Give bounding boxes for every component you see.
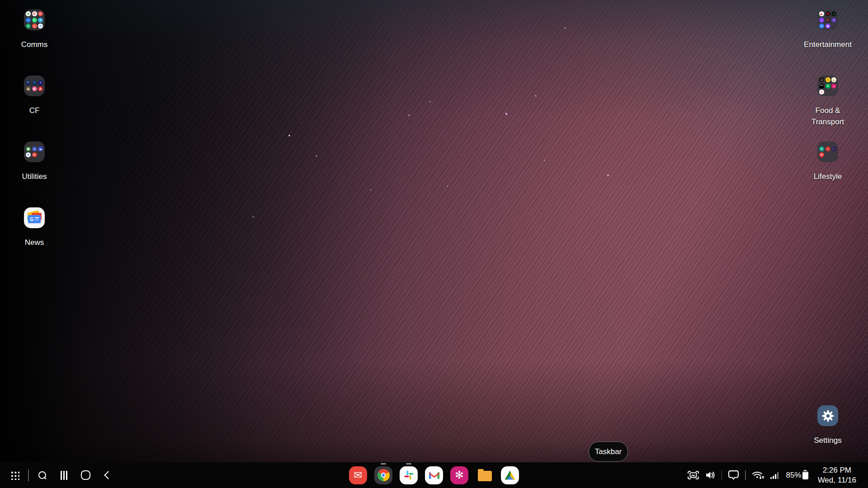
yt-music-mini-icon: ▶ — [826, 18, 830, 23]
folder-lifestyle-label: Lifestyle — [814, 171, 842, 183]
finance-app-3-mini-icon: N — [38, 80, 43, 85]
contacts-mini-icon: ☺ — [32, 23, 37, 28]
app-drawer-button[interactable] — [6, 465, 23, 485]
chrome-icon — [377, 469, 390, 481]
wallpaper[interactable] — [0, 0, 868, 488]
folder-entertainment-label: Entertainment — [804, 39, 852, 51]
folder-comms[interactable]: ✚ M ✉ ⋯ ✆ ➤ ✆ ☺ G Comms — [3, 9, 66, 51]
slack-app-button[interactable] — [400, 466, 418, 484]
google-drive-app-button[interactable] — [501, 466, 519, 484]
messages-mini-icon: ⋯ — [26, 18, 31, 23]
app-settings-label: Settings — [814, 435, 841, 446]
google-drive-icon — [505, 471, 515, 480]
voice-recorder-mini-icon: ||| — [32, 152, 37, 157]
gmail-app-button[interactable] — [425, 466, 443, 484]
folder-food-transport-label: Food & Transport — [802, 105, 853, 127]
calendar-mini-icon: ▦ — [26, 146, 31, 151]
home-icon — [81, 470, 90, 480]
recents-icon — [61, 471, 67, 480]
chat-bubble-icon — [728, 470, 739, 480]
app-news[interactable]: G News — [3, 207, 66, 249]
folder-utilities[interactable]: ▦ ◷ ☁ ❄ ||| Utilities — [3, 141, 66, 183]
folder-lifestyle[interactable]: ✦ ∴ ☾ ♥ Lifestyle — [796, 141, 859, 183]
acrobat-mini-icon: A — [38, 86, 43, 91]
samsung-email-mini-icon: ✉ — [38, 11, 43, 16]
purple-grid-app-mini-icon: ∷ — [831, 18, 836, 23]
clock-mini-icon: ◷ — [32, 146, 37, 151]
utilities-folder-icon: ▦ ◷ ☁ ❄ ||| — [24, 141, 45, 162]
gallery-app-button[interactable]: ✻ — [450, 466, 468, 484]
wifi-status[interactable] — [752, 470, 764, 480]
folder-food-transport[interactable]: ◕ ● ☕ Uber G ☺ ▼ Food & Transport — [796, 75, 859, 127]
grab-mini-icon: G — [826, 84, 830, 89]
taskbar-pinned-apps: ✉ ✻ — [349, 462, 519, 488]
news-front-sheet: G — [28, 215, 41, 223]
cafe-app-mini-icon: ☕ — [831, 77, 836, 82]
recents-button[interactable] — [56, 465, 72, 485]
google-news-icon: G — [24, 207, 45, 228]
uber-mini-icon: Uber — [819, 84, 824, 89]
snowflake-app-mini-icon: ❄ — [26, 152, 31, 157]
slack-icon — [404, 470, 414, 480]
my-files-folder-icon — [478, 471, 492, 481]
health-mini-icon: ♥ — [819, 152, 824, 157]
weather-mini-icon: ☁ — [38, 146, 43, 151]
back-chevron-icon — [104, 471, 112, 479]
folder-entertainment[interactable]: ▶ N ♫ ♪ ▶ ∷ ≈ ☻ Entertainment — [796, 9, 859, 51]
battery-percent-text: 85% — [786, 471, 802, 480]
fitness-mini-icon: ✦ — [819, 146, 824, 151]
speaker-icon — [705, 470, 716, 480]
search-icon — [38, 471, 46, 479]
google-chat-mini-icon: ✚ — [26, 11, 31, 16]
chrome-running-indicator — [381, 463, 386, 465]
twitch-mini-icon: ☻ — [826, 23, 830, 28]
lifestyle-folder-icon: ✦ ∴ ☾ ♥ — [817, 141, 838, 162]
comms-folder-icon: ✚ M ✉ ⋯ ✆ ➤ ✆ ☺ G — [24, 9, 45, 30]
telegram-mini-icon: ➤ — [38, 18, 43, 23]
clock-time: 2:26 PM — [818, 465, 856, 475]
google-mini-icon: G — [38, 23, 43, 28]
gmail-icon — [429, 471, 440, 479]
gallery-flower-icon: ✻ — [455, 469, 463, 481]
night-app-mini-icon: ☾ — [831, 146, 836, 151]
back-button[interactable] — [99, 465, 116, 485]
foodpanda-mini-icon: ☺ — [831, 84, 836, 89]
signal-bars-icon — [770, 471, 780, 479]
app-news-label: News — [25, 237, 44, 249]
cf-folder-icon: PL Lf N ♟ ✿ A — [24, 75, 45, 96]
battery-status[interactable]: 85% — [786, 471, 808, 480]
search-button[interactable] — [34, 465, 51, 485]
email-envelope-icon: ✉ — [354, 469, 362, 481]
finance-app-1-mini-icon: PL — [26, 80, 31, 85]
pets-mini-icon: ∴ — [826, 146, 830, 151]
my-files-app-button[interactable] — [476, 466, 494, 484]
taskbar: ✉ ✻ — [0, 462, 868, 488]
slack-running-indicator — [406, 463, 411, 465]
volume-button[interactable] — [705, 470, 716, 480]
app-settings[interactable]: Settings — [796, 405, 859, 446]
folder-comms-label: Comms — [21, 39, 48, 51]
gmail-mini-icon: M — [32, 11, 37, 16]
battery-icon — [802, 471, 808, 479]
signal-status[interactable] — [770, 471, 780, 479]
pink-app-mini-icon: ✿ — [32, 86, 37, 91]
clock[interactable]: 2:26 PM Wed, 11/16 — [818, 465, 856, 485]
taskbar-tooltip: Taskbar — [589, 441, 628, 462]
spotify-mini-icon: ♫ — [831, 11, 836, 16]
home-button[interactable] — [78, 465, 94, 485]
screen-capture-button[interactable] — [687, 470, 699, 480]
food-transport-folder-icon: ◕ ● ☕ Uber G ☺ ▼ — [817, 75, 838, 96]
status-divider — [745, 470, 746, 480]
clock-date: Wed, 11/16 — [818, 475, 856, 485]
chrome-app-button[interactable] — [374, 466, 392, 484]
google-maps-mini-icon: ▼ — [819, 89, 824, 94]
samsung-email-app-button[interactable]: ✉ — [349, 466, 367, 484]
folder-utilities-label: Utilities — [22, 171, 47, 183]
messages-status-button[interactable] — [728, 470, 739, 480]
phone-mini-icon: ✆ — [26, 23, 31, 28]
food-delivery-mini-icon: ◕ — [819, 77, 824, 82]
taskbar-divider — [28, 469, 29, 481]
taskbar-tooltip-label: Taskbar — [595, 447, 622, 456]
music-mini-icon: ♪ — [819, 18, 824, 23]
folder-cf[interactable]: PL Lf N ♟ ✿ A CF — [3, 75, 66, 117]
